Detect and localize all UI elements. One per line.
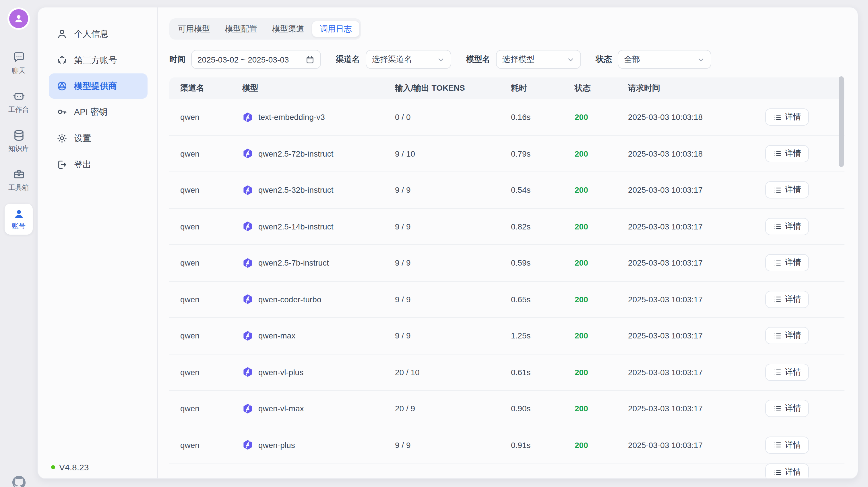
chevron-down-icon bbox=[437, 55, 445, 63]
status-badge: 200 bbox=[575, 404, 628, 413]
model-provider-icon bbox=[56, 80, 68, 92]
detail-button[interactable]: 详情 bbox=[765, 463, 809, 479]
model-name: text-embedding-v3 bbox=[258, 113, 325, 122]
sidebar-item-model-providers[interactable]: 模型提供商 bbox=[49, 73, 148, 99]
model-select-value: 选择模型 bbox=[502, 54, 567, 65]
table-header: 渠道名 模型 输入/输出 TOKENS 耗时 状态 请求时间 bbox=[169, 77, 844, 99]
qwen-model-icon bbox=[242, 258, 253, 268]
channel-cell: qwen bbox=[169, 331, 242, 340]
detail-button[interactable]: 详情 bbox=[765, 145, 809, 162]
model-filter: 模型名 选择模型 bbox=[466, 50, 581, 69]
status-badge: 200 bbox=[575, 222, 628, 231]
status-badge: 200 bbox=[575, 149, 628, 158]
rail-item-account-active[interactable]: 账号 bbox=[5, 204, 33, 235]
icon-rail: 聊天 工作台 知识库 工具箱 bbox=[0, 0, 37, 487]
rail-item-label: 工具箱 bbox=[8, 183, 29, 193]
detail-button-label: 详情 bbox=[785, 112, 801, 123]
channel-cell: qwen bbox=[169, 149, 242, 158]
qwen-model-icon bbox=[242, 185, 253, 196]
detail-button[interactable]: 详情 bbox=[765, 218, 809, 235]
channel-label: 渠道名 bbox=[336, 54, 360, 65]
detail-button-label: 详情 bbox=[785, 185, 801, 195]
model-cell: qwen2.5-14b-instruct bbox=[242, 221, 395, 232]
duration-cell: 0.54s bbox=[511, 186, 575, 195]
sidebar-item-profile[interactable]: 个人信息 bbox=[38, 21, 157, 47]
model-label: 模型名 bbox=[466, 54, 490, 65]
rail-item-knowledge[interactable]: 知识库 bbox=[0, 129, 37, 154]
action-cell: 详情 bbox=[753, 436, 844, 454]
table-row: qwen qwen2.5-7b-instruct 9 / 9 0.59s 200… bbox=[169, 245, 844, 281]
detail-button[interactable]: 详情 bbox=[765, 436, 809, 454]
sidebar-item-third-party[interactable]: 第三方账号 bbox=[38, 47, 157, 73]
action-cell: 详情 bbox=[753, 364, 844, 381]
github-icon[interactable] bbox=[12, 476, 26, 487]
detail-button[interactable]: 详情 bbox=[765, 254, 809, 271]
sidebar-item-logout[interactable]: 登出 bbox=[38, 152, 157, 178]
detail-button-label: 详情 bbox=[785, 221, 801, 232]
model-cell: qwen-plus bbox=[242, 440, 395, 451]
table-row: qwen qwen-max 9 / 9 1.25s 200 2025-03-03… bbox=[169, 318, 844, 354]
status-dot bbox=[51, 465, 55, 469]
tokens-cell: 20 / 9 bbox=[395, 404, 511, 413]
channel-cell: qwen bbox=[169, 441, 242, 450]
tab-available-models[interactable]: 可用模型 bbox=[170, 21, 218, 37]
tokens-cell: 9 / 9 bbox=[395, 295, 511, 304]
request-time-cell: 2025-03-03 10:03:17 bbox=[628, 441, 753, 450]
gear-icon bbox=[56, 132, 68, 144]
model-name: qwen2.5-32b-instruct bbox=[258, 186, 334, 195]
date-range-picker[interactable]: 2025-03-02 ~ 2025-03-03 bbox=[191, 50, 321, 69]
list-icon bbox=[773, 331, 782, 340]
tokens-cell: 9 / 9 bbox=[395, 222, 511, 231]
tokens-cell: 9 / 9 bbox=[395, 441, 511, 450]
table-row: qwen qwen-plus 9 / 9 0.91s 200 2025-03-0… bbox=[169, 427, 844, 463]
status-label: 状态 bbox=[596, 54, 612, 65]
tab-model-config[interactable]: 模型配置 bbox=[218, 21, 265, 37]
duration-cell: 0.90s bbox=[511, 404, 575, 413]
detail-button[interactable]: 详情 bbox=[765, 400, 809, 417]
tab-call-logs[interactable]: 调用日志 bbox=[312, 21, 360, 37]
model-cell: qwen-vl-plus bbox=[242, 367, 395, 378]
rail-item-workbench[interactable]: 工作台 bbox=[0, 90, 37, 115]
detail-button[interactable]: 详情 bbox=[765, 109, 809, 126]
detail-button[interactable]: 详情 bbox=[765, 291, 809, 308]
channel-select[interactable]: 选择渠道名 bbox=[366, 50, 451, 69]
vertical-scrollbar[interactable] bbox=[839, 76, 844, 167]
avatar[interactable] bbox=[9, 9, 28, 28]
qwen-model-icon bbox=[242, 221, 253, 232]
channel-cell: qwen bbox=[169, 368, 242, 377]
sidebar-item-settings[interactable]: 设置 bbox=[38, 125, 157, 152]
model-cell: qwen-coder-turbo bbox=[242, 294, 395, 305]
tab-model-channels[interactable]: 模型渠道 bbox=[265, 21, 312, 37]
action-cell: 详情 bbox=[753, 182, 844, 199]
table-body: qwen text-embedding-v3 0 / 0 0.16s 200 2… bbox=[169, 99, 844, 463]
model-name: qwen-max bbox=[258, 331, 296, 340]
rail-item-chat[interactable]: 聊天 bbox=[0, 51, 37, 76]
calendar-icon bbox=[305, 55, 315, 64]
filter-bar: 时间 2025-03-02 ~ 2025-03-03 渠道名 选择渠道名 bbox=[169, 50, 844, 69]
model-cell: qwen-vl-max bbox=[242, 403, 395, 414]
detail-button[interactable]: 详情 bbox=[765, 364, 809, 381]
qwen-model-icon bbox=[242, 440, 253, 451]
header-status: 状态 bbox=[575, 83, 628, 94]
status-badge: 200 bbox=[575, 186, 628, 195]
rail-item-toolbox[interactable]: 工具箱 bbox=[0, 167, 37, 193]
list-icon bbox=[773, 150, 782, 158]
version-label: V4.8.23 bbox=[59, 462, 89, 472]
status-select[interactable]: 全部 bbox=[618, 50, 711, 69]
detail-button[interactable]: 详情 bbox=[765, 182, 809, 199]
channel-filter: 渠道名 选择渠道名 bbox=[336, 50, 451, 69]
sidebar-item-api-keys[interactable]: API 密钥 bbox=[38, 99, 157, 125]
model-select[interactable]: 选择模型 bbox=[496, 50, 581, 69]
model-name: qwen-coder-turbo bbox=[258, 295, 321, 304]
list-icon bbox=[773, 113, 782, 122]
share-network-icon bbox=[56, 55, 68, 66]
sidebar-item-label: 模型提供商 bbox=[74, 80, 117, 92]
header-duration: 耗时 bbox=[511, 83, 575, 94]
time-label: 时间 bbox=[169, 54, 185, 65]
detail-button[interactable]: 详情 bbox=[765, 327, 809, 345]
version-badge: V4.8.23 bbox=[51, 462, 89, 472]
table-row: qwen qwen-vl-plus 20 / 10 0.61s 200 2025… bbox=[169, 354, 844, 391]
sidebar-item-label: 第三方账号 bbox=[74, 55, 117, 66]
database-icon bbox=[12, 129, 26, 142]
table-row: qwen text-embedding-v3 0 / 0 0.16s 200 2… bbox=[169, 99, 844, 136]
